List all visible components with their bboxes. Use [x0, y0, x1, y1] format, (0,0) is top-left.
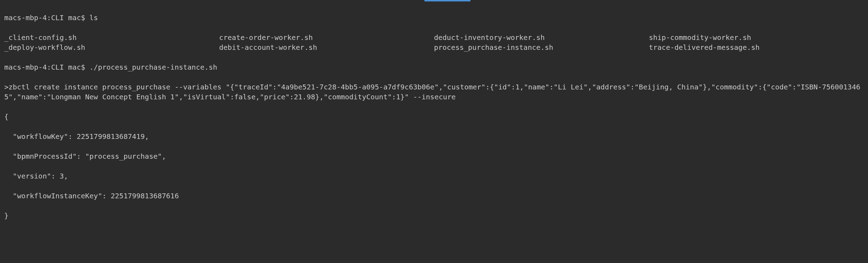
zbctl-create-instance-command: >zbctl create instance process_purchase …: [4, 82, 864, 102]
json-output-line: "bpmnProcessId": "process_purchase",: [4, 151, 864, 161]
ls-file: create-order-worker.sh: [219, 33, 434, 42]
tab-indicator: [424, 0, 470, 1]
shell-prompt: macs-mbp-4:CLI mac$: [4, 13, 89, 22]
blank-line: [4, 230, 864, 240]
terminal-output[interactable]: macs-mbp-4:CLI mac$ ls _client-config.sh…: [4, 3, 864, 263]
json-output-line: "workflowKey": 2251799813687419,: [4, 132, 864, 141]
ls-file: _deploy-workflow.sh: [4, 42, 219, 52]
json-output-close: }: [4, 211, 864, 221]
ls-file: process_purchase-instance.sh: [434, 42, 649, 52]
ls-output: _client-config.sh create-order-worker.sh…: [4, 33, 864, 52]
ls-file: trace-delivered-message.sh: [649, 42, 864, 52]
command-script1: ./process_purchase-instance.sh: [89, 63, 217, 71]
command-ls: ls: [89, 13, 98, 22]
ls-file: _client-config.sh: [4, 33, 219, 42]
ls-file: debit-account-worker.sh: [219, 42, 434, 52]
json-output-line: "version": 3,: [4, 171, 864, 181]
blank-line: [4, 250, 864, 260]
json-output-open: {: [4, 112, 864, 122]
json-output-line: "workflowInstanceKey": 2251799813687616: [4, 191, 864, 201]
ls-file: ship-commodity-worker.sh: [649, 33, 864, 42]
ls-file: deduct-inventory-worker.sh: [434, 33, 649, 42]
shell-prompt: macs-mbp-4:CLI mac$: [4, 63, 89, 71]
